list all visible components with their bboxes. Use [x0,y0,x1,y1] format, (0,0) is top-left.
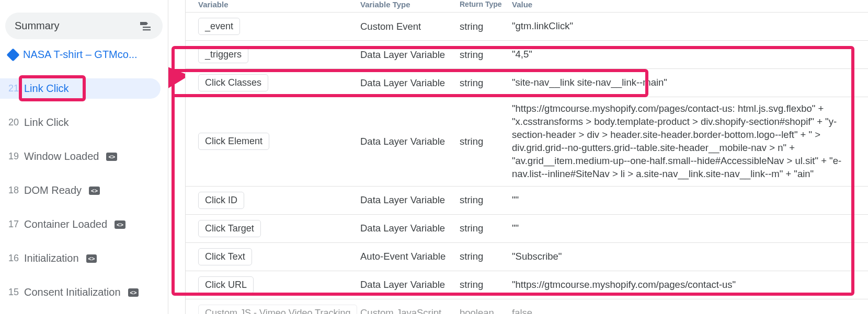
event-num: 18 [7,185,19,196]
event-name: Consent Initialization [24,286,121,298]
cell-value: "" [509,194,868,207]
cell-vartype: Auto-Event Variable [357,251,456,262]
event-num: 20 [7,117,19,128]
summary-header[interactable]: Summary [5,13,163,39]
api-call-icon: <> [128,288,139,297]
variable-chip[interactable]: Click Classes [198,74,268,91]
cell-vartype: Custom Event [357,21,456,32]
col-variable: Variable [195,0,357,9]
variable-chip[interactable]: _event [198,18,240,35]
event-item-20[interactable]: 20 Link Click [0,112,161,133]
variables-table: Variable Variable Type Return Type Value… [185,0,868,314]
event-item-21[interactable]: 21 Link Click [0,78,161,99]
cell-value: "https://gtmcourse.myshopify.com/pages/c… [509,102,868,181]
cell-value: "https://gtmcourse.myshopify.com/pages/c… [509,278,868,292]
api-call-icon: <> [115,220,125,229]
cell-value: false [509,307,868,314]
cell-value: "site-nav__link site-nav__link--main" [509,76,868,89]
clear-events-icon[interactable] [139,20,151,32]
cell-rettype: string [456,223,509,234]
cell-vartype: Data Layer Variable [357,136,456,147]
api-call-icon: <> [106,153,117,161]
cell-vartype: Data Layer Variable [357,49,456,61]
summary-label: Summary [15,20,60,32]
cell-vartype: Data Layer Variable [357,77,456,89]
annotation-arrow [168,62,185,93]
cell-vartype: Custom JavaScript [357,307,456,314]
main-panel: Variable Variable Type Return Type Value… [168,0,868,314]
cell-rettype: string [456,251,509,262]
table-row[interactable]: Custom JS - Vimeo Video Tracking Custom … [186,299,868,314]
event-name: Window Loaded [24,150,99,162]
event-item-16[interactable]: 16 Initialization <> [0,248,161,269]
table-row[interactable]: _event Custom Event string "gtm.linkClic… [186,13,868,41]
event-name: DOM Ready [24,184,82,196]
cell-rettype: string [456,279,509,290]
table-row-click-classes[interactable]: Click Classes Data Layer Variable string… [186,69,868,97]
sidebar: Summary NASA T-shirt – GTMco... 21 Link … [0,0,168,314]
page-item-nasa[interactable]: NASA T-shirt – GTMco... [0,44,161,65]
event-item-15[interactable]: 15 Consent Initialization <> [0,282,161,303]
variable-chip[interactable]: Custom JS - Vimeo Video Tracking [198,305,357,314]
table-row[interactable]: Click ID Data Layer Variable string "" [186,187,868,215]
event-name: Initialization [24,252,79,264]
variable-chip[interactable]: Click Text [198,248,252,265]
event-name: Container Loaded [24,218,107,230]
event-num: 15 [7,287,19,298]
variable-chip[interactable]: Click ID [198,192,244,209]
event-item-18[interactable]: 18 DOM Ready <> [0,180,161,201]
table-row[interactable]: Click Element Data Layer Variable string… [186,97,868,187]
event-num: 21 [7,83,19,94]
cell-value: "" [509,222,868,235]
api-call-icon: <> [89,187,100,195]
cell-vartype: Data Layer Variable [357,223,456,234]
svg-rect-0 [143,27,151,28]
tag-icon [6,48,19,61]
cell-value: "4,5" [509,48,868,61]
event-name: Link Click [24,117,69,129]
event-item-19[interactable]: 19 Window Loaded <> [0,146,161,167]
table-row[interactable]: _triggers Data Layer Variable string "4,… [186,41,868,69]
col-vartype: Variable Type [357,0,456,9]
variable-chip[interactable]: Click Element [198,133,269,150]
cell-rettype: string [456,77,509,89]
cell-vartype: Data Layer Variable [357,194,456,206]
api-call-icon: <> [86,254,97,263]
cell-value: "Subscribe" [509,250,868,263]
table-row[interactable]: Click Target Data Layer Variable string … [186,215,868,243]
svg-line-2 [168,76,180,85]
cell-rettype: string [456,21,509,32]
event-num: 16 [7,253,19,264]
event-name: Link Click [24,83,69,95]
svg-rect-1 [143,29,151,30]
col-value: Value [509,0,868,9]
cell-vartype: Data Layer Variable [357,279,456,290]
event-num: 19 [7,151,19,162]
table-header-row: Variable Variable Type Return Type Value [186,0,868,13]
event-item-17[interactable]: 17 Container Loaded <> [0,214,161,235]
cell-value: "gtm.linkClick" [509,20,868,33]
variable-chip[interactable]: Click URL [198,276,254,294]
variable-chip[interactable]: Click Target [198,220,261,237]
variable-chip[interactable]: _triggers [198,46,248,63]
table-row[interactable]: Click Text Auto-Event Variable string "S… [186,243,868,271]
app-root: Summary NASA T-shirt – GTMco... 21 Link … [0,0,868,314]
cell-rettype: string [456,136,509,147]
table-row[interactable]: Click URL Data Layer Variable string "ht… [186,271,868,299]
cell-rettype: string [456,194,509,206]
event-num: 17 [7,219,19,230]
cell-rettype: string [456,49,509,61]
cell-rettype: boolean [456,307,509,314]
col-rettype: Return Type [456,1,509,8]
page-label: NASA T-shirt – GTMco... [23,49,138,61]
